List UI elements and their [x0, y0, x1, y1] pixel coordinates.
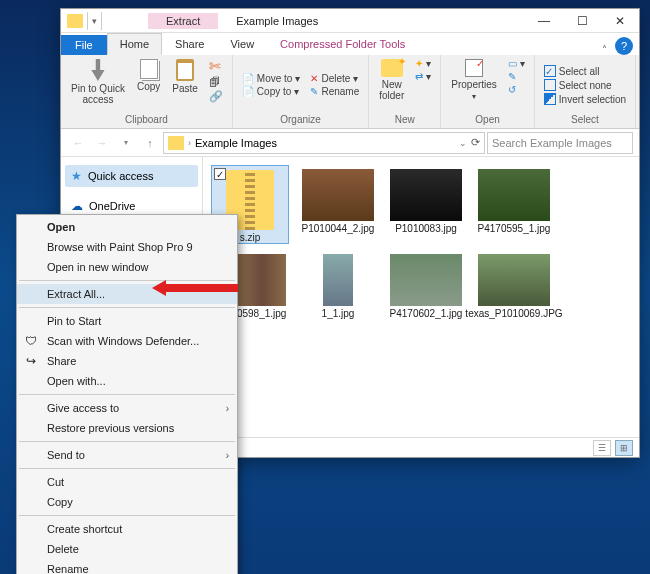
easyaccess-icon: ⇄ [415, 71, 423, 82]
image-thumb [302, 169, 374, 221]
menu-pin-start[interactable]: Pin to Start [17, 311, 237, 331]
menu-create-shortcut[interactable]: Create shortcut [17, 519, 237, 539]
edit-button[interactable]: ✎ [505, 70, 528, 83]
address-bar: ← → ▾ ↑ › Example Images ⌄ ⟳ Search Exam… [61, 129, 639, 157]
file-item[interactable]: P4170602_1.jpg [387, 250, 465, 319]
refresh-icon[interactable]: ⟳ [471, 136, 480, 149]
newfolder-icon [381, 59, 403, 77]
search-input[interactable]: Search Example Images [487, 132, 633, 154]
menu-copy[interactable]: Copy [17, 492, 237, 512]
paste-shortcut-button[interactable]: 🔗 [206, 89, 226, 104]
menu-open-with[interactable]: Open with... [17, 371, 237, 391]
menu-defender[interactable]: 🛡Scan with Windows Defender... [17, 331, 237, 351]
file-item[interactable]: P4170595_1.jpg [475, 165, 553, 244]
quick-access-toolbar: ▾ [61, 12, 108, 30]
tab-home[interactable]: Home [107, 33, 162, 55]
properties-icon [465, 59, 483, 77]
image-thumb [390, 169, 462, 221]
move-to-button[interactable]: 📄Move to ▾ [239, 72, 304, 85]
tab-file[interactable]: File [61, 35, 107, 55]
easy-access-button[interactable]: ⇄▾ [412, 70, 434, 83]
shield-icon: 🛡 [23, 333, 39, 349]
minimize-button[interactable]: — [525, 9, 563, 33]
chevron-right-icon: › [226, 450, 229, 461]
invert-selection-button[interactable]: Invert selection [541, 92, 629, 106]
link-icon: 🔗 [209, 90, 223, 103]
tab-compressed-tools[interactable]: Compressed Folder Tools [267, 33, 418, 55]
ribbon-tabs: File Home Share View Compressed Folder T… [61, 33, 639, 55]
menu-restore[interactable]: Restore previous versions [17, 418, 237, 438]
thumbnails-view-button[interactable]: ⊞ [615, 440, 633, 456]
maximize-button[interactable]: ☐ [563, 9, 601, 33]
file-item[interactable]: P1010083.jpg [387, 165, 465, 244]
help-icon[interactable]: ? [615, 37, 633, 55]
menu-open-new-window[interactable]: Open in new window [17, 257, 237, 277]
cut-button[interactable]: ✄ [206, 57, 226, 75]
breadcrumb-folder[interactable]: Example Images [195, 137, 277, 149]
select-all-button[interactable]: Select all [541, 64, 629, 78]
selectall-icon [544, 65, 556, 77]
star-icon: ★ [71, 169, 82, 183]
qat-dropdown-icon[interactable]: ▾ [92, 16, 97, 26]
checkbox-icon[interactable] [214, 168, 226, 180]
nav-back-button[interactable]: ← [67, 132, 89, 154]
menu-browse-psp[interactable]: Browse with Paint Shop Pro 9 [17, 237, 237, 257]
image-thumb [478, 254, 550, 306]
select-none-button[interactable]: Select none [541, 78, 629, 92]
copy-to-button[interactable]: 📄Copy to ▾ [239, 85, 304, 98]
group-clipboard-label: Clipboard [125, 113, 168, 126]
image-thumb [323, 254, 353, 306]
menu-delete[interactable]: Delete [17, 539, 237, 559]
rename-button[interactable]: ✎Rename [307, 85, 362, 98]
newitem-icon: ✦ [415, 58, 423, 69]
collapse-ribbon-icon[interactable]: ˄ [602, 44, 607, 55]
menu-share[interactable]: ↪Share [17, 351, 237, 371]
share-icon: ↪ [23, 353, 39, 369]
open-icon: ▭ [508, 58, 517, 69]
copy-path-button[interactable]: 🗐 [206, 75, 226, 89]
history-icon: ↺ [508, 84, 516, 95]
app-icon[interactable] [67, 14, 83, 28]
chevron-down-icon[interactable]: ⌄ [459, 138, 467, 148]
delete-button[interactable]: ✕Delete ▾ [307, 72, 362, 85]
menu-rename[interactable]: Rename [17, 559, 237, 574]
paste-button[interactable]: Paste [168, 57, 202, 107]
nav-quick-access[interactable]: ★ Quick access [65, 165, 198, 187]
new-item-button[interactable]: ✦▾ [412, 57, 434, 70]
properties-button[interactable]: Properties▾ [447, 57, 501, 103]
menu-give-access[interactable]: Give access to› [17, 398, 237, 418]
copy-icon [140, 59, 158, 79]
nav-recent-button[interactable]: ▾ [115, 132, 137, 154]
tab-view[interactable]: View [217, 33, 267, 55]
menu-send-to[interactable]: Send to› [17, 445, 237, 465]
search-placeholder: Search Example Images [492, 137, 612, 149]
menu-cut[interactable]: Cut [17, 472, 237, 492]
new-folder-button[interactable]: New folder [375, 57, 408, 103]
history-button[interactable]: ↺ [505, 83, 528, 96]
folder-icon [168, 136, 184, 150]
image-thumb [390, 254, 462, 306]
open-button[interactable]: ▭▾ [505, 57, 528, 70]
nav-up-button[interactable]: ↑ [139, 132, 161, 154]
delete-icon: ✕ [310, 73, 318, 84]
paste-icon [176, 59, 194, 81]
file-item[interactable]: 1_1.jpg [299, 250, 377, 319]
group-new-label: New [395, 113, 415, 126]
file-item[interactable]: P1010044_2.jpg [299, 165, 377, 244]
close-button[interactable]: ✕ [601, 9, 639, 33]
ribbon: Pin to Quick access Copy Paste ✄ 🗐 🔗 Cli… [61, 55, 639, 129]
copy-button[interactable]: Copy [133, 57, 164, 107]
nav-forward-button[interactable]: → [91, 132, 113, 154]
group-organize-label: Organize [280, 113, 321, 126]
menu-extract-all[interactable]: Extract All... [17, 284, 237, 304]
invert-icon [544, 93, 556, 105]
chevron-right-icon[interactable]: › [188, 138, 191, 148]
tab-share[interactable]: Share [162, 33, 217, 55]
details-view-button[interactable]: ☰ [593, 440, 611, 456]
file-item[interactable]: texas_P1010069.JPG [475, 250, 553, 319]
menu-open[interactable]: Open [17, 217, 237, 237]
moveto-icon: 📄 [242, 73, 254, 84]
breadcrumb[interactable]: › Example Images ⌄ ⟳ [163, 132, 485, 154]
file-list[interactable]: s.zip P1010044_2.jpg P1010083.jpg P41705… [203, 157, 639, 437]
pin-quick-access-button[interactable]: Pin to Quick access [67, 57, 129, 107]
